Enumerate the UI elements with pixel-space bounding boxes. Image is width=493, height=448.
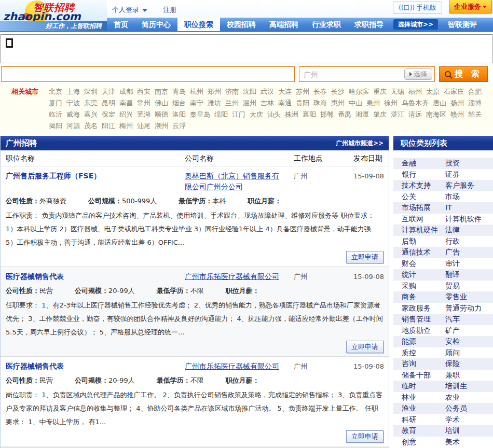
related-city-link[interactable]: 杭州: [190, 86, 203, 97]
related-city-link[interactable]: 南昌: [119, 97, 133, 109]
category-link[interactable]: 创意: [402, 437, 445, 448]
nav-tab[interactable]: 简历中心: [135, 18, 177, 31]
related-city-link[interactable]: 揭阳: [49, 120, 62, 132]
category-link[interactable]: 能源: [402, 336, 445, 347]
nav-tab[interactable]: 高端招聘: [263, 18, 305, 31]
related-city-link[interactable]: 湛江: [391, 109, 404, 120]
nav-tab[interactable]: 职位搜索: [177, 18, 220, 31]
category-link[interactable]: 科研: [402, 414, 445, 426]
city-select-button[interactable]: 选择: [404, 68, 432, 80]
nav-tab[interactable]: 首页: [107, 18, 135, 31]
category-link[interactable]: 翻译: [445, 269, 493, 281]
related-city-link[interactable]: 邯郸: [320, 109, 334, 120]
category-link[interactable]: 投资: [445, 158, 493, 169]
related-city-link[interactable]: 顺德: [155, 109, 168, 120]
nav-tab[interactable]: 行业求职: [305, 18, 348, 31]
related-city-link[interactable]: 肇庆: [373, 109, 387, 120]
related-city-link[interactable]: 长春: [313, 86, 327, 97]
zhaopin-logo[interactable]: 智联招聘 zhaopin.com 好工作，上智联招聘: [0, 0, 107, 31]
related-city-link[interactable]: 嘉兴: [84, 109, 98, 120]
category-link[interactable]: 渔业: [402, 403, 445, 414]
related-city-link[interactable]: 梅州: [119, 120, 133, 132]
related-city-link[interactable]: 秦皇岛: [190, 109, 210, 120]
category-link[interactable]: 汽车: [445, 314, 493, 325]
related-city-link[interactable]: 洛阳: [172, 109, 186, 120]
category-link[interactable]: 商务: [402, 291, 445, 303]
category-link[interactable]: 证券: [445, 169, 493, 180]
related-city-link[interactable]: 大连: [278, 86, 292, 97]
nav-tab[interactable]: 求职指导: [348, 18, 390, 31]
related-city-link[interactable]: 哈尔滨: [349, 86, 369, 97]
apply-now-button[interactable]: 立即申请: [346, 430, 384, 443]
related-city-link[interactable]: 苏州: [296, 86, 309, 97]
related-city-link[interactable]: 襄阳: [303, 109, 316, 120]
category-link[interactable]: 销售管理: [402, 314, 445, 325]
apply-now-button[interactable]: 立即申请: [346, 251, 384, 263]
category-link[interactable]: 后勤: [402, 236, 445, 247]
related-city-link[interactable]: 芜湖: [137, 109, 150, 120]
related-city-link[interactable]: 石家庄: [444, 86, 464, 97]
related-city-link[interactable]: 无锡: [391, 86, 404, 97]
login-dropdown-icon[interactable]: [142, 9, 147, 12]
related-city-link[interactable]: 深圳: [84, 86, 98, 97]
related-city-link[interactable]: 清远: [408, 109, 422, 120]
category-link[interactable]: 采购: [402, 281, 445, 292]
category-link[interactable]: 地质勘查: [402, 325, 445, 337]
related-city-link[interactable]: 惠州: [331, 97, 345, 109]
related-city-link[interactable]: 西安: [137, 86, 150, 97]
related-city-link[interactable]: 阳江: [102, 120, 115, 132]
category-link[interactable]: 财会: [402, 258, 445, 270]
category-link[interactable]: 互联网: [402, 214, 445, 225]
related-city-link[interactable]: 淄博: [468, 97, 482, 109]
related-city-link[interactable]: 南通: [278, 97, 292, 109]
category-link[interactable]: 林业: [402, 392, 445, 403]
related-city-link[interactable]: 宁波: [66, 97, 80, 109]
related-city-link[interactable]: 上海: [66, 86, 80, 97]
category-link[interactable]: 美术: [445, 437, 493, 448]
related-city-link[interactable]: 烟台: [172, 97, 186, 109]
related-city-link[interactable]: 南宁: [190, 97, 203, 109]
category-link[interactable]: 审计: [445, 258, 493, 270]
job-title-link[interactable]: 医疗器械销售代表: [6, 361, 185, 372]
category-link[interactable]: 矿产: [445, 325, 493, 337]
related-city-link[interactable]: 吉林: [261, 97, 274, 109]
nav-city-select-button[interactable]: 选择城市>>: [393, 19, 438, 30]
related-city-link[interactable]: 长沙: [331, 86, 345, 97]
related-city-link[interactable]: 贵阳: [296, 97, 309, 109]
category-link[interactable]: 培训生: [445, 381, 493, 392]
mobile-version-button[interactable]: ((口))手机版: [393, 2, 442, 14]
job-company-link[interactable]: 广州市乐拓医疗器械有限公司: [185, 361, 294, 372]
related-city-link[interactable]: 成都: [119, 86, 133, 97]
category-link[interactable]: 计算机软件: [445, 214, 493, 225]
related-city-link[interactable]: 临沂: [49, 109, 62, 120]
category-link[interactable]: 质控: [402, 347, 445, 359]
related-city-link[interactable]: 温州: [243, 97, 256, 109]
nav-tab[interactable]: 校园招聘: [220, 18, 263, 31]
related-city-link[interactable]: 天津: [102, 86, 115, 97]
related-city-link[interactable]: 合肥: [468, 86, 482, 97]
related-city-link[interactable]: 佛山: [155, 97, 168, 109]
related-city-link[interactable]: 沈阳: [243, 86, 256, 97]
job-title-link[interactable]: 广州售后服务工程师（FSE）: [6, 171, 185, 181]
category-link[interactable]: 市场: [445, 191, 493, 203]
category-link[interactable]: 公务员: [445, 403, 493, 414]
apply-now-button[interactable]: 立即申请: [346, 341, 384, 353]
category-link[interactable]: 客户服务: [445, 180, 493, 191]
category-link[interactable]: 计算机硬件: [402, 225, 445, 236]
category-link[interactable]: 保险: [445, 358, 493, 370]
related-city-link[interactable]: 徐州: [384, 97, 398, 109]
category-link[interactable]: 贸易: [445, 281, 493, 292]
related-city-link[interactable]: 郑州: [208, 86, 221, 97]
category-link[interactable]: 通信技术: [402, 247, 445, 258]
enterprise-service-button[interactable]: 企业服务: [449, 0, 492, 13]
related-city-link[interactable]: 中山: [349, 97, 362, 109]
related-city-link[interactable]: 武汉: [261, 86, 274, 97]
related-city-link[interactable]: 汕尾: [137, 120, 150, 132]
related-city-link[interactable]: 兰州: [225, 97, 239, 109]
city-channel-link[interactable]: 广州城市频道>>: [336, 139, 384, 148]
job-company-link[interactable]: 奥林巴斯（北京）销售服务有限公司广州分公司: [185, 171, 294, 192]
category-link[interactable]: 广告: [445, 247, 493, 258]
category-link[interactable]: 顾问: [445, 347, 493, 359]
search-button[interactable]: 搜 索: [439, 66, 488, 82]
category-link[interactable]: 零售业: [445, 291, 493, 303]
